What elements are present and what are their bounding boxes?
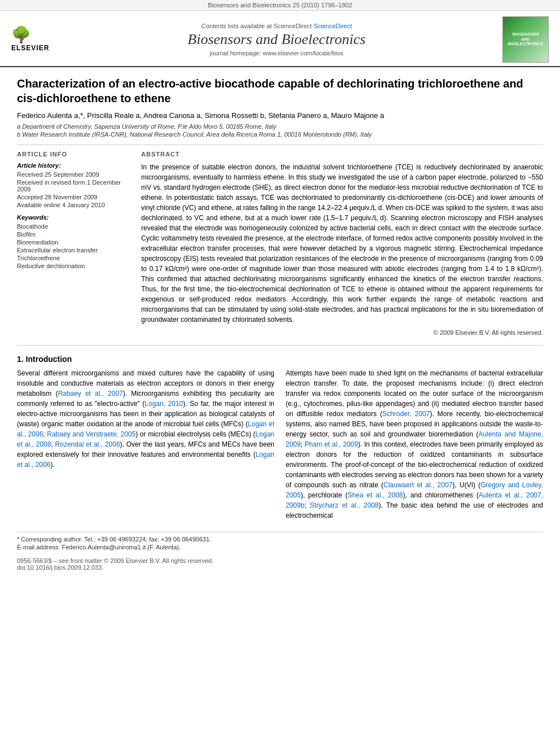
intro-number: 1. xyxy=(17,355,24,364)
journal-cover-image: BIOSENSORSANDBIOELECTRONICS xyxy=(502,16,549,63)
intro-heading: 1. Introduction xyxy=(17,355,543,364)
author-list: Federico Aulenta a,*, Priscilla Reale a,… xyxy=(17,111,384,120)
abstract-section-label: ABSTRACT xyxy=(141,151,543,158)
issn-line: 0956-5663/$ – see front matter © 2009 El… xyxy=(17,557,543,564)
ref-schroder-2007[interactable]: Schroder, 2007 xyxy=(382,410,430,418)
keyword-4: Extracellular electron transfer xyxy=(17,247,130,254)
abstract-col: ABSTRACT In the presence of suitable ele… xyxy=(141,151,543,336)
article-history-label: Article history: xyxy=(17,162,130,169)
ref-rozendal-2006[interactable]: Rozendal et al., 2006 xyxy=(55,440,120,448)
keyword-3: Bioremediation xyxy=(17,239,130,246)
keyword-2: Biofilm xyxy=(17,231,130,238)
ref-pham-2009[interactable]: Pham et al., 2009 xyxy=(305,440,358,448)
intro-para-right: Attempts have been made to shed light on… xyxy=(286,368,543,521)
article-info-col: ARTICLE INFO Article history: Received 2… xyxy=(17,151,130,336)
journal-title: Biosensors and Bioelectronics xyxy=(51,31,502,48)
affiliation-a: a Department of Chemistry, Sapienza Univ… xyxy=(17,123,543,130)
ref-rabaey-2007[interactable]: Rabaey et al., 2007 xyxy=(58,390,123,397)
elsevier-tree-icon: 🌳 xyxy=(11,27,31,43)
copyright-notice: © 2009 Elsevier B.V. All rights reserved… xyxy=(141,329,543,336)
ref-strycharz-2008[interactable]: Strycharz et al., 2008 xyxy=(310,501,379,509)
article-info-section-label: ARTICLE INFO xyxy=(17,151,130,158)
footnote-corresponding: * Corresponding author. Tel.: +39 06 496… xyxy=(17,536,543,543)
journal-homepage: journal homepage: www.elsevier.com/locat… xyxy=(51,50,502,56)
intro-title: Introduction xyxy=(26,355,72,364)
body-divider xyxy=(17,345,543,346)
introduction-section: 1. Introduction Several different microo… xyxy=(17,355,543,525)
cover-title-text: BIOSENSORSANDBIOELECTRONICS xyxy=(508,32,544,46)
article-title: Characterization of an electro-active bi… xyxy=(17,76,543,106)
accepted-date: Accepted 28 November 2009 xyxy=(17,194,130,200)
journal-header: 🌳 ELSEVIER Contents lists available at S… xyxy=(0,11,560,67)
authors-line: Federico Aulenta a,*, Priscilla Reale a,… xyxy=(17,111,543,120)
revised-date: Received in revised form 1 December 2009 xyxy=(17,179,130,193)
sciencedirect-info: Contents lists available at ScienceDirec… xyxy=(51,23,502,29)
keyword-6: Reductive dechlorination xyxy=(17,263,130,269)
main-content: Characterization of an electro-active bi… xyxy=(0,67,560,580)
ref-shea-2008[interactable]: Shea et al., 2008 xyxy=(348,491,403,499)
intro-body: Several different microorganisms and mix… xyxy=(17,368,543,525)
intro-right-text: Attempts have been made to shed light on… xyxy=(286,368,543,525)
ref-logan-2006b[interactable]: Logan et al., 2006 xyxy=(17,451,274,469)
abstract-text: In the presence of suitable electron don… xyxy=(141,162,543,325)
header-divider xyxy=(17,145,543,145)
footnote-email: E-mail address: Federico.Aulenta@uniroma… xyxy=(17,544,543,551)
footnote-area: * Corresponding author. Tel.: +39 06 496… xyxy=(17,532,543,551)
keyword-1: Biocathode xyxy=(17,223,130,230)
received-date: Received 25 September 2009 xyxy=(17,171,130,178)
intro-left-text: Several different microorganisms and mix… xyxy=(17,368,274,525)
ref-clauwaert-2007[interactable]: Clauwaert et al., 2007 xyxy=(383,481,452,489)
article-info-abstract-area: ARTICLE INFO Article history: Received 2… xyxy=(17,151,543,336)
intro-para-left: Several different microorganisms and mix… xyxy=(17,368,274,470)
available-date: Available online 4 January 2010 xyxy=(17,202,130,208)
keywords-label: Keywords: xyxy=(17,214,130,221)
keyword-5: Trichloroethene xyxy=(17,255,130,261)
bottom-info: 0956-5663/$ – see front matter © 2009 El… xyxy=(17,557,543,571)
ref-rabaey-verstraete-2005[interactable]: Rabaey and Verstraete, 2005 xyxy=(47,430,135,438)
elsevier-wordmark: ELSEVIER xyxy=(11,44,49,52)
sciencedirect-link[interactable]: ScienceDirect xyxy=(313,23,352,29)
journal-header-center: Contents lists available at ScienceDirec… xyxy=(51,23,502,56)
elsevier-logo-area: 🌳 ELSEVIER xyxy=(11,27,51,52)
journal-citation-bar: Biosensors and Bioelectronics 25 (2010) … xyxy=(0,0,560,11)
affiliation-b: b Water Research Institute (IRSA-CNR), N… xyxy=(17,131,543,138)
affiliations: a Department of Chemistry, Sapienza Univ… xyxy=(17,123,543,138)
journal-citation: Biosensors and Bioelectronics 25 (2010) … xyxy=(208,2,352,8)
doi-line: doi:10.1016/j.bios.2009.12.033 xyxy=(17,564,543,571)
ref-logan-2010[interactable]: Logan, 2010 xyxy=(145,400,183,408)
